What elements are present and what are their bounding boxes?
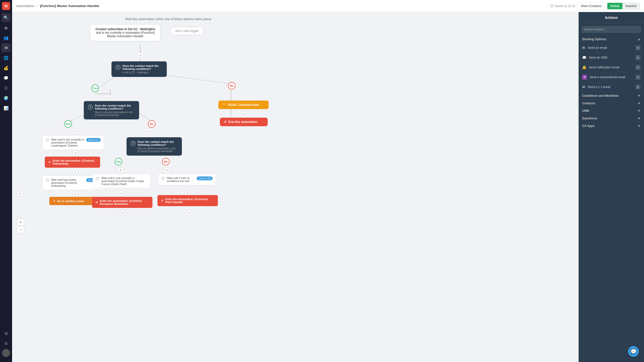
send-11-item[interactable]: ✉ Send a 1:1 email + [579,82,644,92]
send-transactional-item[interactable]: P Send a transactional email + [579,72,644,82]
send-notification-item[interactable]: 🔔 Send notification email + [579,63,644,72]
nav-search[interactable]: 🔍 [2,13,11,22]
send-11-plus[interactable]: + [635,84,640,89]
wait-node-1: 🕐 Wait until is not currently in automat… [42,135,104,150]
nav-settings[interactable]: ⚙ [2,339,11,348]
left-navigation: W 🔍 ◉ 👥 ✉ 🌐 💰 💬 ☰ 🌍 📊 ⊞ ⚙ [0,0,12,362]
send-sms-item[interactable]: 💬 Send an SMS + [579,53,644,63]
sms-icon: 💬 [582,56,586,60]
yes-badge-2: Yes [64,120,72,128]
plus-connector-3[interactable]: + [72,129,78,134]
plus-connector-4[interactable]: + [146,129,152,134]
app-logo[interactable]: W [2,2,10,10]
nav-chat[interactable]: 💬 [2,73,11,82]
wait-node-2: 🕐 Wait until is not currently in automat… [93,174,150,188]
send-email-plus[interactable]: + [635,45,640,50]
svg-line-3 [163,75,231,84]
trophy-icon: 🏆 [222,103,226,107]
saved-indicator: 🕐 Saved at 15:19 [550,4,575,8]
nav-grid[interactable]: ⊞ [2,329,11,338]
canvas-start-label: Start this automation when one of these … [17,17,319,21]
enter-automation-2[interactable]: ↺ Enter the automation: [Content] Evergr… [92,197,152,208]
nav-contacts[interactable]: 👥 [2,33,11,42]
breadcrumb-parent[interactable]: Automations [16,4,34,8]
question-icon-1: ? [115,65,120,70]
wait-node-3: 🕐 Wait until 2 sets of conditions are me… [158,174,216,185]
plus-connector-7[interactable]: + [72,191,78,197]
nav-revenue[interactable]: 💰 [2,63,11,72]
enter-icon-2: ↺ [96,201,98,204]
enter-automation-3[interactable]: ↺ Enter the automation: [Function] Pitch… [157,195,218,206]
clock-icon: 🕐 [550,4,554,8]
plus-connector-13[interactable]: + [187,210,192,216]
goto-action[interactable]: ↗ Go to another action [49,197,97,205]
email-icon: ✉ [582,46,585,50]
nav-dashboard[interactable]: ◉ [2,23,11,32]
send-sms-plus[interactable]: + [635,55,640,60]
chevron-down-icon-3: ▼ [637,109,640,113]
chevron-up-icon: ▲ [637,37,640,41]
no-badge-top: No [228,82,235,89]
cxapps-header[interactable]: CX Apps ▼ [579,122,644,130]
sending-options-header[interactable]: Sending Options ▲ [579,35,644,43]
zoom-out-button[interactable]: − [17,226,24,233]
salesforce-header[interactable]: Salesforce ▼ [579,115,644,122]
condition-node-3: ? Does the contact match the following c… [127,137,187,156]
nav-reports[interactable]: 📊 [2,104,11,113]
breadcrumb-current: [Function] Master Automation Handler [40,4,99,8]
action-search-input[interactable] [582,26,641,33]
no-badge-1: No [148,120,155,128]
nav-globe[interactable]: 🌐 [2,53,11,62]
breadcrumb: Automations / [Function] Master Automati… [16,4,100,8]
contacts-header[interactable]: Contacts ▼ [579,100,644,107]
goto-icon: ↗ [53,199,55,203]
chevron-down-icon-5: ▼ [637,124,640,128]
send-notification-plus[interactable]: + [635,65,640,70]
nav-world[interactable]: 🌍 [2,94,11,103]
nav-list[interactable]: ☰ [2,83,11,93]
chevron-down-icon-2: ▼ [637,102,640,105]
clock-icon-4: 🕐 [46,178,49,182]
nav-email[interactable]: ✉ [2,43,11,52]
no-badge-2: No [162,158,170,165]
plus-connector-12[interactable]: + [120,210,125,216]
one-on-one-icon: ✉ [582,85,585,89]
user-avatar[interactable] [2,349,10,357]
chevron-down-icon-1: ▼ [637,94,640,98]
plus-connector-2[interactable]: + [106,95,112,101]
breadcrumb-separator: / [37,4,38,8]
plus-connector-9[interactable]: + [164,167,170,173]
plus-connector-8[interactable]: + [118,167,123,173]
status-toggle: Active Inactive [607,3,640,9]
plus-connector-1[interactable]: + [138,53,143,58]
status-active-button[interactable]: Active [607,3,622,9]
trigger-text: Contact subscribes to list CC - Mailingl… [96,27,155,38]
add-trigger-button[interactable]: Add a new trigger [171,27,203,35]
condition-node-1: ? Does the contact match the following c… [111,61,169,77]
plus-connector-5[interactable]: + [72,150,78,156]
plus-connector-10[interactable]: + [17,191,23,196]
end-automation[interactable]: ↺ End this automation [220,118,268,126]
crm-header[interactable]: CRM ▼ [579,107,644,115]
status-inactive-button[interactable]: Inactive [622,3,640,9]
send-transactional-plus[interactable]: + [635,75,640,80]
plus-connector-goal[interactable]: + [240,112,246,117]
yes-badge-3: Yes [115,158,122,165]
conditions-workflow-header[interactable]: Conditions and Workflow ▼ [579,92,644,100]
plus-connector-6[interactable]: + [72,169,78,175]
notification-icon: 🔔 [582,65,586,69]
enter-automation-1[interactable]: ↺ Enter the automation: [Content] Onboar… [45,157,100,168]
automation-canvas[interactable]: Start this automation when one of these … [12,12,579,362]
view-contacts-button[interactable]: View Contacts [577,2,605,10]
clock-icon-3: 🕐 [161,177,165,180]
zoom-controls: + − [17,219,24,233]
trigger-node: Contact subscribes to list CC - Mailingl… [90,24,160,41]
actions-panel: Actions Sending Options ▲ ✉ Send an emai… [579,12,644,362]
yes-badge-1: Yes [91,84,99,92]
chat-bubble-button[interactable]: 💬 [628,346,639,357]
zoom-in-button[interactable]: + [17,219,24,226]
send-email-item[interactable]: ✉ Send an email + [579,43,644,53]
plus-connector-10b[interactable]: + [119,191,124,196]
panel-title: Actions [579,12,644,23]
question-icon-2: ? [88,105,93,110]
